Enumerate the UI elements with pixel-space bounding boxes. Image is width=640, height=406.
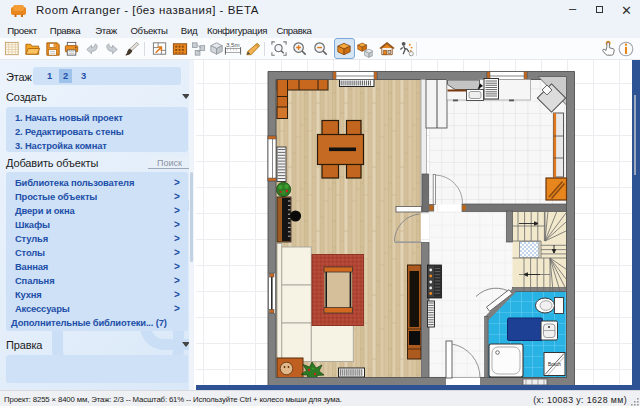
svg-text:3,5m: 3,5m: [226, 41, 240, 48]
svg-text:Bosch: Bosch: [548, 362, 561, 367]
